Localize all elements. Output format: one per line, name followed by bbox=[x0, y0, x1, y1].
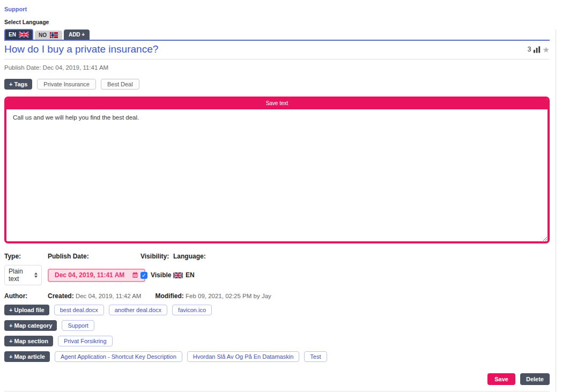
uk-flag-icon bbox=[173, 272, 183, 278]
created-label: Created: bbox=[48, 292, 74, 300]
map-section-button[interactable]: + Map section bbox=[4, 336, 53, 346]
modified-value: Feb 09, 2021, 02:25 PM by Jay bbox=[186, 293, 271, 299]
map-category-button[interactable]: + Map category bbox=[4, 320, 57, 331]
title-row: How do I buy a private insurance? 3 ★ bbox=[4, 41, 550, 60]
map-section-row: + Map section Privat Forsikring bbox=[4, 336, 550, 346]
views-count: 3 bbox=[528, 46, 531, 53]
tags-row: + Tags Private Insurance Best Deal bbox=[4, 79, 550, 90]
section-chip[interactable]: Privat Forsikring bbox=[58, 336, 112, 346]
uk-flag-icon bbox=[19, 32, 29, 38]
tab-language-no[interactable]: NO bbox=[35, 31, 62, 40]
save-button[interactable]: Save bbox=[487, 373, 515, 385]
file-chip[interactable]: another deal.docx bbox=[109, 305, 167, 315]
tag-chip[interactable]: Best Deal bbox=[101, 79, 139, 90]
page-title: How do I buy a private insurance? bbox=[4, 43, 158, 55]
language-value: EN bbox=[186, 271, 195, 279]
tab-language-en[interactable]: EN bbox=[4, 29, 33, 40]
author-line: Author: Created: Dec 04, 2019, 11:42 AM … bbox=[4, 292, 550, 300]
map-article-row: + Map article Agent Application - Shortc… bbox=[4, 351, 550, 362]
type-label: Type: bbox=[4, 253, 48, 260]
article-chip[interactable]: Agent Application - Shortcut Key Descrip… bbox=[55, 351, 182, 362]
language-label: Language: bbox=[173, 253, 550, 260]
norway-flag-icon bbox=[49, 32, 58, 38]
title-icons: 3 ★ bbox=[528, 46, 550, 54]
language-tabstrip: EN NO ADD + bbox=[4, 29, 550, 41]
tab-add-language[interactable]: ADD + bbox=[64, 29, 90, 40]
visibility-cell: ✓ Visible bbox=[140, 271, 173, 279]
select-language-label: Select Language bbox=[4, 19, 550, 25]
tab-no-label: NO bbox=[39, 32, 47, 38]
type-select-value: Plain text bbox=[9, 268, 34, 283]
file-chip[interactable]: favicon.ico bbox=[172, 305, 212, 315]
page: Support Select Language EN NO bbox=[0, 0, 562, 392]
publish-date-value: Dec 04, 2019, 11:41 AM bbox=[55, 271, 124, 279]
article-chip[interactable]: Hvordan Slå Av Og På En Datamaskin bbox=[187, 351, 300, 362]
upload-file-button[interactable]: + Upload file bbox=[4, 305, 49, 315]
right-edge-divider bbox=[556, 29, 556, 392]
article-chip[interactable]: Test bbox=[304, 351, 327, 362]
visible-label: Visible bbox=[151, 271, 171, 279]
breadcrumb-support-link[interactable]: Support bbox=[4, 6, 27, 12]
tab-en-label: EN bbox=[9, 32, 16, 38]
file-chip[interactable]: best deal.docx bbox=[54, 305, 104, 315]
article-editor: Save text Call us and we will help you f… bbox=[4, 97, 550, 243]
action-row: Save Delete bbox=[4, 373, 550, 385]
publish-date-label: Publish Date: bbox=[48, 253, 140, 260]
upload-file-row: + Upload file best deal.docx another dea… bbox=[4, 305, 550, 315]
article-body-textarea[interactable]: Call us and we will help you find the be… bbox=[6, 109, 548, 241]
delete-article-button[interactable]: Delete bbox=[520, 373, 550, 385]
modified-label: Modified: bbox=[155, 292, 183, 300]
created-group: Created: Dec 04, 2019, 11:42 AM bbox=[48, 292, 141, 300]
updown-arrows-icon bbox=[34, 272, 38, 278]
add-tags-button[interactable]: + Tags bbox=[4, 79, 32, 90]
favorite-star-icon[interactable]: ★ bbox=[543, 46, 550, 54]
calendar-icon bbox=[132, 271, 138, 278]
author-label: Author: bbox=[4, 292, 48, 300]
category-chip[interactable]: Support bbox=[62, 320, 94, 331]
language-cell: EN bbox=[173, 271, 550, 279]
meta-grid: Type: Publish Date: Visibility: Language… bbox=[4, 253, 550, 285]
publish-date-line: Publish Date: Dec 04, 2019, 11:41 AM bbox=[4, 64, 550, 71]
visibility-label: Visibility: bbox=[140, 253, 173, 260]
visible-checkbox[interactable]: ✓ bbox=[140, 272, 147, 279]
type-select[interactable]: Plain text bbox=[4, 265, 42, 285]
map-article-button[interactable]: + Map article bbox=[4, 351, 50, 362]
modified-group: Modified: Feb 09, 2021, 02:25 PM by Jay bbox=[155, 292, 271, 300]
tab-add-label: ADD + bbox=[69, 32, 85, 38]
created-value: Dec 04, 2019, 11:42 AM bbox=[76, 293, 142, 299]
tag-chip[interactable]: Private Insurance bbox=[37, 79, 96, 90]
stats-bar-chart-icon[interactable] bbox=[533, 46, 541, 53]
map-category-row: + Map category Support bbox=[4, 320, 550, 331]
save-text-button[interactable]: Save text bbox=[6, 99, 548, 109]
publish-date-input[interactable]: Dec 04, 2019, 11:41 AM bbox=[48, 269, 145, 282]
